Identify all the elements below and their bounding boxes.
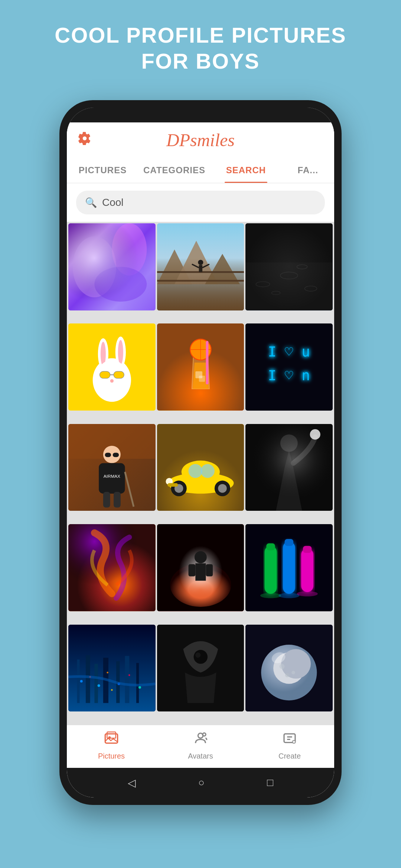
create-label: Create <box>278 752 301 760</box>
tab-favorites[interactable]: FA... <box>282 158 334 183</box>
svg-point-2 <box>112 223 147 276</box>
svg-rect-77 <box>188 564 195 576</box>
phone-frame: DPsmiles PICTURES CATEGORIES SEARCH FA..… <box>59 100 342 805</box>
recents-button[interactable]: □ <box>267 777 273 789</box>
svg-point-102 <box>128 674 130 676</box>
svg-rect-89 <box>68 625 156 712</box>
page-title-area: COOL PROFILE PICTURES FOR BOYS <box>0 0 401 89</box>
svg-rect-29 <box>100 371 110 378</box>
grid-item[interactable] <box>157 223 244 310</box>
svg-line-13 <box>192 264 199 267</box>
camera-notch <box>178 110 223 120</box>
svg-rect-15 <box>245 223 333 310</box>
pictures-label: Pictures <box>98 752 125 760</box>
svg-point-20 <box>297 264 307 269</box>
svg-rect-85 <box>303 546 312 553</box>
android-nav: ◁ ○ □ <box>67 768 334 798</box>
avatars-icon <box>193 731 208 749</box>
grid-item[interactable]: I ♡ u I ♡ n <box>245 323 333 411</box>
grid-item[interactable]: AIRMAX <box>68 424 156 511</box>
grid-item[interactable] <box>68 625 156 712</box>
image-grid: I ♡ u I ♡ n <box>67 222 334 725</box>
grid-item[interactable] <box>68 524 156 611</box>
svg-point-107 <box>193 650 208 664</box>
grid-item[interactable] <box>157 424 244 511</box>
svg-point-104 <box>111 689 113 691</box>
svg-point-115 <box>285 673 290 677</box>
svg-rect-4 <box>68 223 156 310</box>
grid-item[interactable] <box>157 625 244 712</box>
grid-item[interactable] <box>157 524 244 611</box>
tab-pictures[interactable]: PICTURES <box>67 158 138 183</box>
bottom-nav-avatars[interactable]: Avatars <box>156 731 245 760</box>
svg-rect-52 <box>103 492 110 507</box>
grid-item[interactable] <box>245 424 333 511</box>
tab-search[interactable]: SEARCH <box>210 158 282 183</box>
svg-rect-76 <box>195 563 206 581</box>
app-header: DPsmiles <box>67 122 334 158</box>
back-button[interactable]: ◁ <box>128 777 136 789</box>
grid-item[interactable] <box>245 625 333 712</box>
svg-point-63 <box>218 484 226 493</box>
bottom-nav: Pictures Avatars <box>67 725 334 768</box>
svg-point-86 <box>260 593 281 598</box>
svg-point-121 <box>203 733 206 736</box>
search-bar[interactable]: 🔍 Cool <box>76 191 325 214</box>
svg-point-32 <box>110 379 114 383</box>
bottom-nav-pictures[interactable]: Pictures <box>67 731 156 760</box>
svg-rect-12 <box>199 265 202 272</box>
svg-rect-48 <box>105 453 111 457</box>
svg-point-11 <box>198 260 203 265</box>
pictures-icon <box>104 731 119 749</box>
svg-point-113 <box>280 664 285 669</box>
app-content: DPsmiles PICTURES CATEGORIES SEARCH FA..… <box>67 122 334 768</box>
page-title-line1: COOL PROFILE PICTURES <box>30 22 371 48</box>
avatars-label: Avatars <box>188 752 213 760</box>
svg-point-114 <box>292 671 295 674</box>
page-background: COOL PROFILE PICTURES FOR BOYS <box>0 0 401 868</box>
grid-item[interactable] <box>157 323 244 411</box>
svg-rect-5 <box>157 223 244 310</box>
svg-rect-81 <box>267 543 275 550</box>
grid-item[interactable] <box>245 524 333 611</box>
svg-point-1 <box>73 236 116 297</box>
svg-rect-95 <box>125 656 130 703</box>
app-logo: DPsmiles <box>166 130 235 150</box>
svg-point-58 <box>188 464 202 478</box>
svg-rect-78 <box>206 564 213 576</box>
svg-text:I ♡ u: I ♡ u <box>268 344 310 360</box>
svg-point-16 <box>256 282 270 287</box>
svg-point-59 <box>200 464 215 478</box>
home-button[interactable]: ○ <box>198 777 205 789</box>
svg-rect-90 <box>77 659 79 703</box>
svg-point-18 <box>305 286 317 291</box>
svg-text:AIRMAX: AIRMAX <box>104 474 120 479</box>
grid-item[interactable] <box>68 323 156 411</box>
svg-point-17 <box>280 272 298 279</box>
svg-rect-80 <box>265 546 277 594</box>
svg-rect-53 <box>114 492 121 507</box>
svg-rect-9 <box>157 271 244 273</box>
bottom-nav-create[interactable]: Create <box>245 731 334 760</box>
tab-categories[interactable]: CATEGORIES <box>138 158 210 183</box>
svg-rect-83 <box>285 539 293 546</box>
svg-point-100 <box>107 671 108 673</box>
svg-marker-8 <box>205 254 240 284</box>
svg-rect-91 <box>86 655 90 703</box>
create-icon <box>282 731 297 749</box>
svg-rect-37 <box>206 341 208 384</box>
svg-point-97 <box>80 680 83 683</box>
grid-item[interactable] <box>68 223 156 310</box>
svg-point-3 <box>94 267 147 302</box>
page-title-line2: FOR BOYS <box>30 48 371 74</box>
svg-point-27 <box>118 340 123 365</box>
search-input-value[interactable]: Cool <box>102 197 124 208</box>
svg-rect-49 <box>113 453 119 457</box>
svg-rect-84 <box>301 549 314 592</box>
search-container: 🔍 Cool <box>67 183 334 222</box>
settings-icon[interactable] <box>78 132 91 148</box>
svg-rect-71 <box>68 524 156 611</box>
grid-item[interactable] <box>245 223 333 310</box>
svg-point-99 <box>98 684 100 687</box>
svg-point-108 <box>195 652 200 658</box>
